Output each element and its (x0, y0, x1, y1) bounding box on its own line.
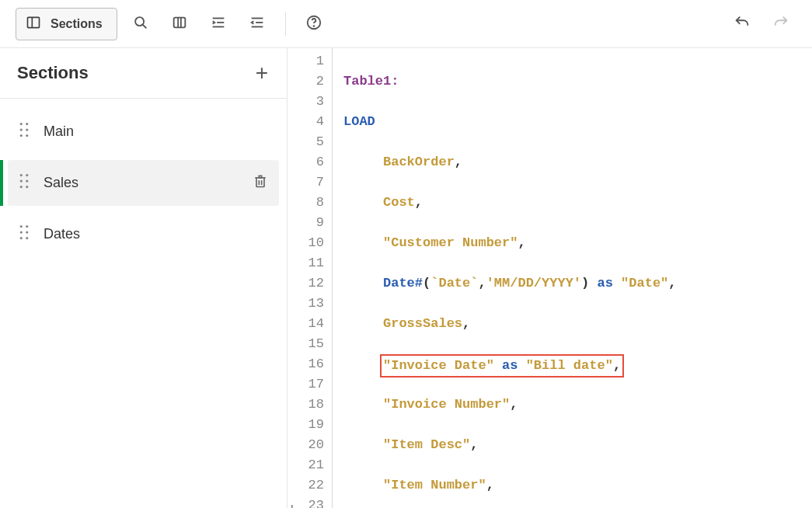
line-number: 11 (288, 253, 324, 273)
line-number: 15 (288, 334, 324, 354)
section-item-dates[interactable]: Dates (8, 212, 279, 256)
svg-point-26 (26, 186, 28, 188)
svg-point-25 (20, 186, 23, 188)
svg-point-33 (20, 237, 23, 239)
section-list: Main Sales Dates (0, 99, 287, 273)
line-number: 22 (288, 475, 324, 496)
code-line: "Customer Number", (343, 233, 812, 253)
svg-point-29 (20, 225, 23, 228)
sidebar-header: Sections + (0, 48, 287, 99)
svg-rect-4 (173, 18, 185, 28)
toolbar: Sections (0, 0, 812, 48)
section-label: Sales (44, 175, 239, 191)
line-number: 14 (288, 314, 324, 334)
resize-handle-icon: || (291, 503, 291, 508)
code-line: Date#(`Date`,'MM/DD/YYYY') as "Date", (343, 273, 812, 294)
code-line: Table1: (343, 71, 812, 92)
help-button[interactable] (298, 9, 329, 40)
line-number: 20 (288, 435, 324, 455)
redo-button[interactable] (765, 9, 796, 40)
svg-point-15 (20, 123, 23, 125)
svg-point-31 (20, 231, 23, 233)
undo-icon (734, 14, 751, 33)
outdent-button[interactable] (242, 9, 273, 40)
code-area[interactable]: Table1: LOAD BackOrder, Cost, "Customer … (333, 48, 812, 508)
highlighted-code: "Invoice Date" as "Bill date", (380, 354, 624, 378)
line-number: 12 (288, 273, 324, 294)
line-number: 19 (288, 415, 324, 435)
code-editor[interactable]: 1 2 3 4 5 6 7 8 9 10 11 12 13 14 15 16 1… (288, 48, 812, 508)
code-line: "Invoice Date" as "Bill date", (343, 354, 812, 374)
svg-point-16 (26, 123, 28, 125)
sidebar: Sections + Main Sales (0, 48, 288, 508)
indent-button[interactable] (203, 9, 234, 40)
svg-rect-0 (28, 17, 40, 27)
help-icon (305, 14, 322, 33)
code-line: Cost, (343, 193, 812, 213)
comment-icon (171, 14, 188, 33)
panel-icon (26, 15, 41, 33)
code-line: "Item Number", (343, 475, 812, 496)
line-number: 18 (288, 395, 324, 415)
undo-button[interactable] (727, 9, 758, 40)
drag-handle-icon[interactable] (19, 224, 30, 244)
code-line: "Item Desc", (343, 435, 812, 455)
trash-icon (253, 177, 268, 193)
svg-point-17 (20, 128, 23, 130)
svg-point-34 (26, 237, 28, 239)
drag-handle-icon[interactable] (19, 122, 30, 141)
section-label: Main (44, 124, 268, 140)
comment-button[interactable] (164, 9, 195, 40)
line-number: 6 (288, 152, 324, 172)
svg-line-3 (142, 25, 146, 29)
svg-point-30 (26, 225, 28, 228)
plus-icon: + (256, 61, 268, 85)
code-line: "Invoice Number", (343, 395, 812, 415)
search-icon (132, 14, 149, 33)
line-number: 13 (288, 294, 324, 314)
add-section-button[interactable]: + (256, 62, 268, 84)
svg-point-22 (26, 174, 28, 176)
line-number: 4 (288, 112, 324, 132)
indent-icon (210, 14, 227, 33)
line-number: 8 (288, 193, 324, 213)
line-number: 1 (288, 51, 324, 71)
line-number: 17 (288, 374, 324, 395)
section-item-sales[interactable]: Sales (8, 160, 279, 206)
line-number: 2 (288, 71, 324, 92)
toolbar-divider (285, 12, 286, 36)
line-number: 10 (288, 233, 324, 253)
outdent-icon (249, 14, 266, 33)
resize-handle[interactable]: || (291, 503, 291, 508)
sections-toggle-button[interactable]: Sections (16, 8, 117, 40)
section-label: Dates (44, 226, 268, 242)
svg-point-21 (20, 174, 23, 176)
line-number: 23 (288, 496, 324, 508)
svg-point-18 (26, 128, 28, 130)
svg-point-32 (26, 231, 28, 233)
line-number: 7 (288, 172, 324, 193)
code-line: BackOrder, (343, 152, 812, 172)
code-line: GrossSales, (343, 314, 812, 334)
line-number: 21 (288, 455, 324, 475)
drag-handle-icon[interactable] (19, 173, 30, 193)
redo-icon (772, 14, 789, 33)
line-number: 5 (288, 132, 324, 152)
section-item-main[interactable]: Main (8, 110, 279, 154)
line-number: 16 (288, 354, 324, 374)
line-number: 3 (288, 92, 324, 112)
sidebar-title: Sections (17, 63, 89, 83)
svg-point-2 (135, 17, 144, 26)
main: Sections + Main Sales (0, 48, 812, 508)
svg-point-20 (26, 134, 28, 137)
search-button[interactable] (125, 9, 156, 40)
svg-point-23 (20, 179, 23, 182)
svg-point-14 (313, 26, 314, 26)
line-number: 9 (288, 213, 324, 233)
svg-point-19 (20, 134, 23, 137)
sections-toggle-label: Sections (51, 17, 103, 31)
delete-section-button[interactable] (253, 172, 268, 193)
svg-point-24 (26, 179, 28, 182)
line-gutter: 1 2 3 4 5 6 7 8 9 10 11 12 13 14 15 16 1… (288, 48, 333, 508)
code-line: LOAD (343, 112, 812, 132)
